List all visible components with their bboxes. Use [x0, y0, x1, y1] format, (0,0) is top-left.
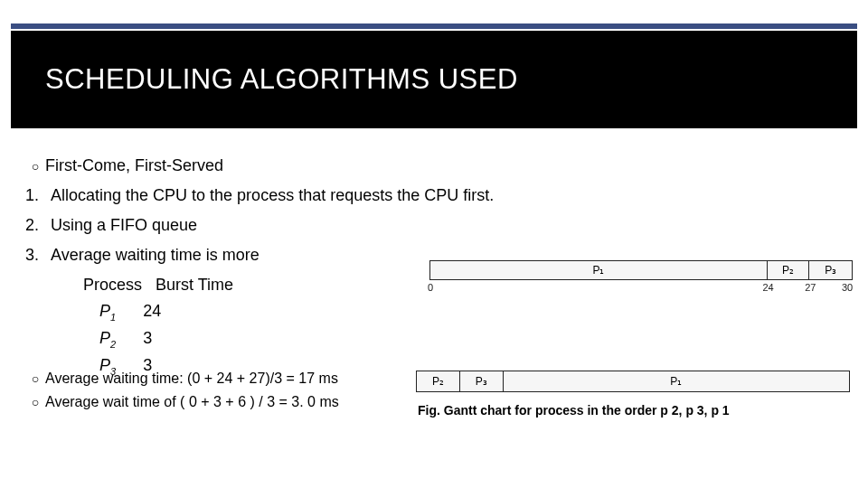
bullet-icon: ○: [25, 371, 45, 386]
avg2-text: Average wait time of ( 0 + 3 + 6 ) / 3 =…: [45, 394, 339, 410]
accent-bar: [11, 23, 857, 29]
gantt2-seg-p3: P₃: [460, 371, 504, 391]
gantt2-seg-p1: P₁: [504, 371, 849, 391]
item-2: 2. Using a FIFO queue: [25, 213, 839, 238]
item-1-text: Allocating the CPU to the process that r…: [51, 183, 494, 208]
gantt1-seg-p3: P₃: [809, 261, 852, 279]
table-row: P2 3: [99, 326, 839, 352]
bullet-icon: ○: [25, 395, 45, 409]
figure-caption: Fig. Gantt chart for process in the orde…: [418, 403, 807, 418]
gantt1-track: P₁ P₂ P₃: [429, 260, 853, 280]
slide-title: SCHEDULING ALGORITHMS USED: [45, 63, 518, 96]
cell-proc-1: P1: [99, 299, 116, 324]
bullet-avg2: ○ Average wait time of ( 0 + 3 + 6 ) / 3…: [25, 394, 339, 410]
gantt1-tick-30: 30: [842, 282, 853, 293]
bullet-fcfs: ○ First-Come, First-Served: [25, 154, 839, 178]
avg1-text: Average waiting time: (0 + 24 + 27)/3 = …: [45, 371, 338, 387]
title-band: SCHEDULING ALGORITHMS USED: [11, 31, 857, 128]
gantt2-track: P₂ P₃ P₁: [416, 371, 850, 392]
item-1-num: 1.: [25, 183, 51, 208]
th-burst: Burst Time: [156, 273, 233, 297]
gantt1-tick-0: 0: [428, 282, 433, 293]
cell-burst-2: 3: [143, 326, 152, 352]
footer-bullets: ○ Average waiting time: (0 + 24 + 27)/3 …: [25, 371, 339, 418]
gantt1-tick-27: 27: [805, 282, 816, 293]
table-row: P1 24: [99, 299, 839, 324]
bullet-avg1: ○ Average waiting time: (0 + 24 + 27)/3 …: [25, 371, 339, 387]
gantt1-seg-p2: P₂: [768, 261, 810, 279]
gantt1-tick-24: 24: [762, 282, 773, 293]
th-process: Process: [83, 273, 152, 297]
gantt-chart-2: P₂ P₃ P₁: [416, 371, 850, 396]
gantt-chart-1: P₁ P₂ P₃ 0 24 27 30: [429, 260, 853, 296]
item-3-num: 3.: [25, 243, 51, 267]
bullet-fcfs-text: First-Come, First-Served: [45, 154, 223, 178]
gantt2-seg-p2: P₂: [417, 371, 460, 391]
item-2-num: 2.: [25, 213, 51, 238]
item-3-text: Average waiting time is more: [51, 243, 259, 267]
item-1: 1. Allocating the CPU to the process tha…: [25, 183, 839, 208]
item-2-text: Using a FIFO queue: [51, 213, 197, 238]
gantt1-seg-p1: P₁: [430, 261, 768, 279]
cell-proc-2: P2: [99, 326, 116, 352]
bullet-icon: ○: [25, 157, 45, 176]
cell-burst-1: 24: [143, 299, 161, 324]
